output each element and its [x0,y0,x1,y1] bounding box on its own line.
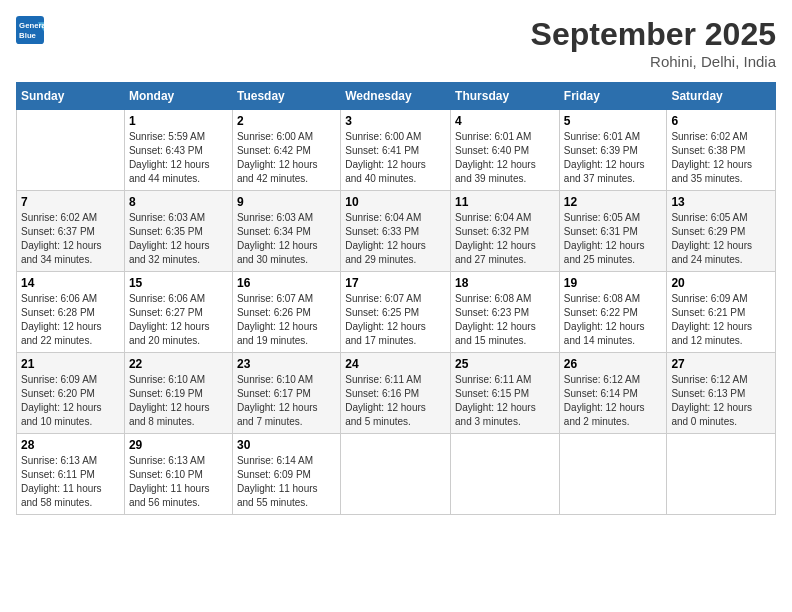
calendar-cell: 15Sunrise: 6:06 AM Sunset: 6:27 PM Dayli… [124,272,232,353]
day-info: Sunrise: 6:03 AM Sunset: 6:34 PM Dayligh… [237,211,336,267]
calendar-week-row: 1Sunrise: 5:59 AM Sunset: 6:43 PM Daylig… [17,110,776,191]
day-info: Sunrise: 6:09 AM Sunset: 6:21 PM Dayligh… [671,292,771,348]
calendar-week-row: 14Sunrise: 6:06 AM Sunset: 6:28 PM Dayli… [17,272,776,353]
day-number: 13 [671,195,771,209]
day-info: Sunrise: 6:06 AM Sunset: 6:27 PM Dayligh… [129,292,228,348]
calendar-cell: 12Sunrise: 6:05 AM Sunset: 6:31 PM Dayli… [559,191,667,272]
day-info: Sunrise: 6:06 AM Sunset: 6:28 PM Dayligh… [21,292,120,348]
weekday-header: Wednesday [341,83,451,110]
calendar-cell: 30Sunrise: 6:14 AM Sunset: 6:09 PM Dayli… [232,434,340,515]
calendar-cell: 18Sunrise: 6:08 AM Sunset: 6:23 PM Dayli… [451,272,560,353]
day-number: 5 [564,114,663,128]
day-number: 27 [671,357,771,371]
calendar-cell: 10Sunrise: 6:04 AM Sunset: 6:33 PM Dayli… [341,191,451,272]
calendar-cell: 8Sunrise: 6:03 AM Sunset: 6:35 PM Daylig… [124,191,232,272]
day-number: 7 [21,195,120,209]
calendar-cell: 25Sunrise: 6:11 AM Sunset: 6:15 PM Dayli… [451,353,560,434]
day-info: Sunrise: 6:05 AM Sunset: 6:29 PM Dayligh… [671,211,771,267]
calendar-cell: 7Sunrise: 6:02 AM Sunset: 6:37 PM Daylig… [17,191,125,272]
day-info: Sunrise: 6:02 AM Sunset: 6:38 PM Dayligh… [671,130,771,186]
day-number: 25 [455,357,555,371]
day-number: 4 [455,114,555,128]
day-info: Sunrise: 6:01 AM Sunset: 6:40 PM Dayligh… [455,130,555,186]
day-info: Sunrise: 6:02 AM Sunset: 6:37 PM Dayligh… [21,211,120,267]
day-info: Sunrise: 6:07 AM Sunset: 6:25 PM Dayligh… [345,292,446,348]
day-info: Sunrise: 6:10 AM Sunset: 6:17 PM Dayligh… [237,373,336,429]
location-title: Rohini, Delhi, India [531,53,776,70]
calendar-cell: 9Sunrise: 6:03 AM Sunset: 6:34 PM Daylig… [232,191,340,272]
day-info: Sunrise: 6:11 AM Sunset: 6:15 PM Dayligh… [455,373,555,429]
day-info: Sunrise: 6:12 AM Sunset: 6:14 PM Dayligh… [564,373,663,429]
calendar-cell: 22Sunrise: 6:10 AM Sunset: 6:19 PM Dayli… [124,353,232,434]
calendar-cell [559,434,667,515]
weekday-header: Monday [124,83,232,110]
calendar-cell: 24Sunrise: 6:11 AM Sunset: 6:16 PM Dayli… [341,353,451,434]
calendar-week-row: 28Sunrise: 6:13 AM Sunset: 6:11 PM Dayli… [17,434,776,515]
calendar-cell: 17Sunrise: 6:07 AM Sunset: 6:25 PM Dayli… [341,272,451,353]
calendar-cell: 14Sunrise: 6:06 AM Sunset: 6:28 PM Dayli… [17,272,125,353]
day-info: Sunrise: 6:04 AM Sunset: 6:32 PM Dayligh… [455,211,555,267]
day-number: 15 [129,276,228,290]
day-number: 29 [129,438,228,452]
weekday-header: Tuesday [232,83,340,110]
day-number: 18 [455,276,555,290]
calendar-cell: 23Sunrise: 6:10 AM Sunset: 6:17 PM Dayli… [232,353,340,434]
calendar-cell: 29Sunrise: 6:13 AM Sunset: 6:10 PM Dayli… [124,434,232,515]
day-number: 12 [564,195,663,209]
calendar-cell: 11Sunrise: 6:04 AM Sunset: 6:32 PM Dayli… [451,191,560,272]
calendar-cell [17,110,125,191]
day-info: Sunrise: 5:59 AM Sunset: 6:43 PM Dayligh… [129,130,228,186]
day-number: 28 [21,438,120,452]
day-number: 9 [237,195,336,209]
day-info: Sunrise: 6:13 AM Sunset: 6:11 PM Dayligh… [21,454,120,510]
calendar-cell: 28Sunrise: 6:13 AM Sunset: 6:11 PM Dayli… [17,434,125,515]
header-row: SundayMondayTuesdayWednesdayThursdayFrid… [17,83,776,110]
day-number: 24 [345,357,446,371]
day-number: 26 [564,357,663,371]
calendar-cell: 6Sunrise: 6:02 AM Sunset: 6:38 PM Daylig… [667,110,776,191]
calendar-cell: 26Sunrise: 6:12 AM Sunset: 6:14 PM Dayli… [559,353,667,434]
day-info: Sunrise: 6:00 AM Sunset: 6:42 PM Dayligh… [237,130,336,186]
calendar-cell: 3Sunrise: 6:00 AM Sunset: 6:41 PM Daylig… [341,110,451,191]
logo-icon: General Blue [16,16,44,44]
weekday-header: Sunday [17,83,125,110]
calendar-table: SundayMondayTuesdayWednesdayThursdayFrid… [16,82,776,515]
logo: General Blue [16,16,44,44]
day-number: 1 [129,114,228,128]
calendar-cell: 27Sunrise: 6:12 AM Sunset: 6:13 PM Dayli… [667,353,776,434]
day-info: Sunrise: 6:09 AM Sunset: 6:20 PM Dayligh… [21,373,120,429]
calendar-cell [451,434,560,515]
day-number: 2 [237,114,336,128]
calendar-cell: 13Sunrise: 6:05 AM Sunset: 6:29 PM Dayli… [667,191,776,272]
month-title: September 2025 [531,16,776,53]
page-header: General Blue September 2025 Rohini, Delh… [16,16,776,70]
calendar-cell [341,434,451,515]
day-info: Sunrise: 6:13 AM Sunset: 6:10 PM Dayligh… [129,454,228,510]
svg-text:Blue: Blue [19,31,37,40]
calendar-cell: 16Sunrise: 6:07 AM Sunset: 6:26 PM Dayli… [232,272,340,353]
day-number: 21 [21,357,120,371]
day-info: Sunrise: 6:08 AM Sunset: 6:23 PM Dayligh… [455,292,555,348]
calendar-week-row: 7Sunrise: 6:02 AM Sunset: 6:37 PM Daylig… [17,191,776,272]
calendar-cell: 19Sunrise: 6:08 AM Sunset: 6:22 PM Dayli… [559,272,667,353]
day-info: Sunrise: 6:04 AM Sunset: 6:33 PM Dayligh… [345,211,446,267]
calendar-cell: 21Sunrise: 6:09 AM Sunset: 6:20 PM Dayli… [17,353,125,434]
calendar-cell [667,434,776,515]
day-number: 30 [237,438,336,452]
calendar-cell: 20Sunrise: 6:09 AM Sunset: 6:21 PM Dayli… [667,272,776,353]
day-info: Sunrise: 6:11 AM Sunset: 6:16 PM Dayligh… [345,373,446,429]
day-info: Sunrise: 6:10 AM Sunset: 6:19 PM Dayligh… [129,373,228,429]
day-info: Sunrise: 6:07 AM Sunset: 6:26 PM Dayligh… [237,292,336,348]
day-number: 3 [345,114,446,128]
day-number: 23 [237,357,336,371]
calendar-week-row: 21Sunrise: 6:09 AM Sunset: 6:20 PM Dayli… [17,353,776,434]
day-number: 19 [564,276,663,290]
day-number: 17 [345,276,446,290]
title-block: September 2025 Rohini, Delhi, India [531,16,776,70]
svg-text:General: General [19,21,44,30]
day-number: 22 [129,357,228,371]
day-number: 16 [237,276,336,290]
day-number: 20 [671,276,771,290]
weekday-header: Friday [559,83,667,110]
day-info: Sunrise: 6:03 AM Sunset: 6:35 PM Dayligh… [129,211,228,267]
